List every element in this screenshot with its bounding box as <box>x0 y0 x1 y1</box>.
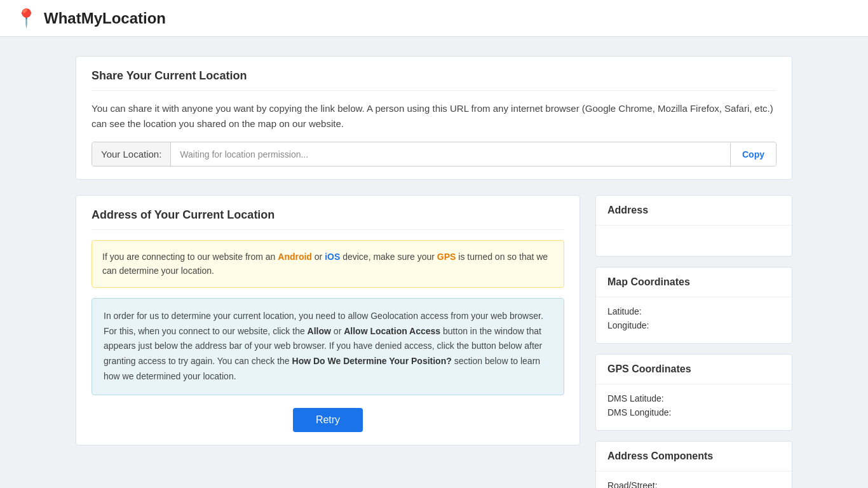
address-right-value <box>607 234 780 247</box>
location-row: Your Location: Waiting for location perm… <box>92 142 776 166</box>
main-container: Share Your Current Location You can shar… <box>65 56 803 488</box>
info-howto: How Do We Determine Your Position? <box>292 356 452 366</box>
copy-button[interactable]: Copy <box>730 143 776 166</box>
warning-mid2: device, make sure your <box>340 252 437 262</box>
warning-box: If you are connecting to our website fro… <box>92 240 564 288</box>
info-allow2: Allow Location Access <box>344 326 440 336</box>
address-right-title: Address <box>596 196 792 226</box>
map-coords-body: Latitude: Longitude: <box>596 297 792 343</box>
address-components-body: Road/Street: County: <box>596 471 792 488</box>
warning-gps: GPS <box>437 252 456 262</box>
gps-coords-card: GPS Coordinates DMS Latitude: DMS Longit… <box>595 354 792 431</box>
warning-mid1: or <box>312 252 325 262</box>
share-card: Share Your Current Location You can shar… <box>76 56 792 180</box>
info-allow1: Allow <box>308 326 331 336</box>
latitude-label: Latitude: <box>607 306 642 316</box>
retry-button[interactable]: Retry <box>293 408 363 432</box>
info-box: In order for us to determine your curren… <box>92 298 564 395</box>
address-card: Address of Your Current Location If you … <box>76 195 580 445</box>
warning-ios: iOS <box>325 252 340 262</box>
latitude-row: Latitude: <box>607 306 780 316</box>
warning-android: Android <box>278 252 312 262</box>
share-description: You can share it with anyone you want by… <box>92 101 776 132</box>
map-coords-card: Map Coordinates Latitude: Longitude: <box>595 267 792 344</box>
right-panel: Address Map Coordinates Latitude: Longit… <box>595 195 792 488</box>
gps-coords-body: DMS Latitude: DMS Longitude: <box>596 384 792 430</box>
dms-latitude-row: DMS Latitude: <box>607 393 780 403</box>
longitude-label: Longitude: <box>607 320 649 330</box>
share-title: Share Your Current Location <box>92 69 776 91</box>
address-components-title: Address Components <box>596 442 792 471</box>
site-title: WhatMyLocation <box>44 10 166 27</box>
address-components-card: Address Components Road/Street: County: <box>595 441 792 488</box>
location-value: Waiting for location permission... <box>171 143 730 166</box>
dms-longitude-label: DMS Longitude: <box>607 407 671 417</box>
address-right-card: Address <box>595 195 792 257</box>
content-row: Address of Your Current Location If you … <box>76 195 792 488</box>
address-right-body <box>596 226 792 256</box>
site-header: 📍 WhatMyLocation <box>0 0 868 37</box>
location-label: Your Location: <box>92 142 171 166</box>
map-coords-title: Map Coordinates <box>596 268 792 297</box>
logo-icon: 📍 <box>15 8 37 29</box>
gps-coords-title: GPS Coordinates <box>596 355 792 384</box>
road-label: Road/Street: <box>607 480 658 488</box>
address-section-title: Address of Your Current Location <box>92 208 564 230</box>
road-row: Road/Street: <box>607 480 780 488</box>
dms-longitude-row: DMS Longitude: <box>607 407 780 417</box>
dms-latitude-label: DMS Latitude: <box>607 393 664 403</box>
longitude-row: Longitude: <box>607 320 780 330</box>
warning-text-before: If you are connecting to our website fro… <box>102 252 278 262</box>
info-mid1: or <box>331 326 344 336</box>
